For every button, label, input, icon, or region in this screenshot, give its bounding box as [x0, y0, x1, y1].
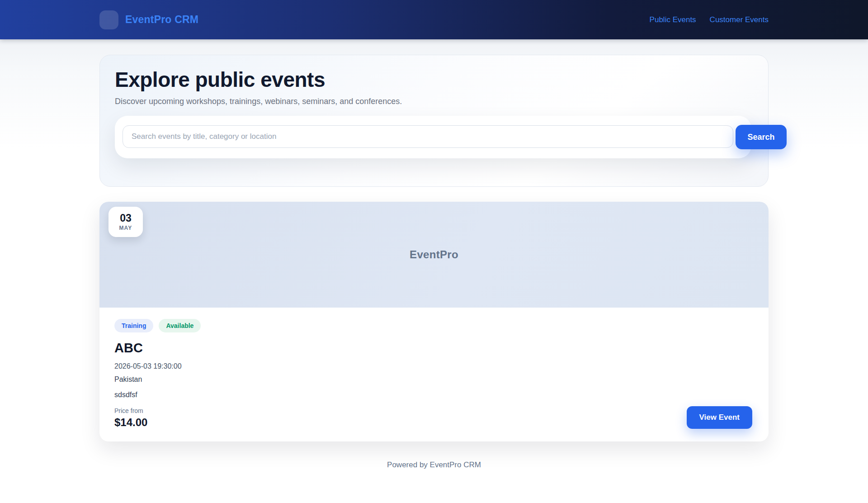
event-date-badge: 03 MAY [108, 207, 143, 237]
navbar-inner: EventPro CRM Public Events Customer Even… [99, 10, 769, 29]
top-navbar: EventPro CRM Public Events Customer Even… [0, 0, 868, 39]
category-badge: Training [114, 319, 153, 332]
nav-link-customer-events[interactable]: Customer Events [710, 15, 769, 24]
view-event-button[interactable]: View Event [687, 406, 752, 429]
hero-section: Explore public events Discover upcoming … [99, 55, 769, 187]
brand-name: EventPro CRM [125, 14, 198, 26]
status-badge: Available [159, 319, 201, 332]
price-value: $14.00 [114, 416, 147, 429]
event-date-day: 03 [120, 213, 132, 224]
event-card[interactable]: 03 MAY EventPro Training Available ABC 2… [99, 202, 769, 441]
brand[interactable]: EventPro CRM [99, 10, 198, 29]
event-body: Training Available ABC 2026-05-03 19:30:… [99, 308, 769, 441]
event-badges: Training Available [114, 319, 752, 332]
page-footer: Powered by EventPro CRM [99, 460, 769, 483]
event-description: sdsdfsf [114, 391, 752, 399]
nav-link-public-events[interactable]: Public Events [650, 15, 696, 24]
event-banner-watermark: EventPro [410, 248, 458, 261]
footer-text: Powered by EventPro CRM [387, 460, 481, 469]
price-label: Price from [114, 407, 147, 414]
event-date-month: MAY [119, 225, 132, 231]
event-card-bottom: Price from $14.00 View Event [114, 406, 752, 429]
price-block: Price from $14.00 [114, 407, 147, 429]
page-title: Explore public events [115, 67, 751, 92]
nav-links: Public Events Customer Events [650, 15, 769, 24]
event-title: ABC [114, 341, 752, 356]
search-input[interactable] [123, 125, 733, 148]
event-datetime: 2026-05-03 19:30:00 [114, 362, 752, 370]
search-bar: Search [115, 116, 751, 158]
brand-logo-icon [99, 10, 118, 29]
main-content: Explore public events Discover upcoming … [99, 55, 769, 483]
event-location: Pakistan [114, 375, 752, 384]
search-button[interactable]: Search [736, 125, 787, 149]
page-subtitle: Discover upcoming workshops, trainings, … [115, 97, 751, 106]
event-banner: 03 MAY EventPro [99, 202, 769, 308]
